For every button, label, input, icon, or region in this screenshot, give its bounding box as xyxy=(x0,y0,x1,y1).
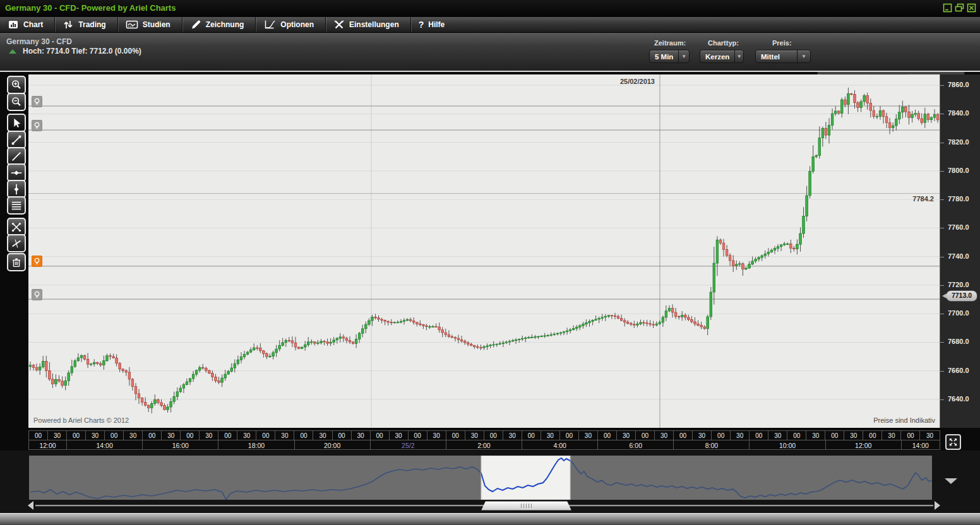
half-hour-cell: 30 xyxy=(768,431,787,440)
menu-optionen[interactable]: Optionen xyxy=(256,17,325,32)
price-axis-label: 7860.0 xyxy=(948,81,969,88)
price-axis-label: 7740.0 xyxy=(948,252,969,260)
menu-einstellungen[interactable]: Einstellungen xyxy=(326,17,410,32)
charttyp-dropdown[interactable]: Kerzen ▼ xyxy=(700,50,744,63)
half-hour-cell: 30 xyxy=(882,431,901,440)
line-tool[interactable] xyxy=(7,147,26,165)
pencil-icon xyxy=(190,19,201,30)
alert-bulb-icon[interactable] xyxy=(32,289,42,300)
axis-tick xyxy=(940,371,944,372)
half-hour-cell: 30 xyxy=(390,431,409,440)
day-change-label: 25/2 xyxy=(371,440,446,450)
high-low-stats: Hoch: 7714.0 Tief: 7712.0 (0.00%) xyxy=(23,47,141,56)
time-axis: 0030003000300030003000300030003000300030… xyxy=(28,430,940,450)
axis-tick xyxy=(940,228,944,228)
alert-bulb-icon[interactable] xyxy=(32,120,42,131)
navigator-slider-handle[interactable] xyxy=(481,501,571,510)
reference-level-label: 7784.2 xyxy=(882,195,934,203)
remove-line-tool[interactable] xyxy=(7,234,26,252)
half-hour-cell: 00 xyxy=(105,431,124,440)
half-hour-cell: 00 xyxy=(218,431,237,440)
alert-bulb-icon[interactable] xyxy=(32,256,42,267)
navigator-chart[interactable] xyxy=(29,456,932,500)
half-hour-cell: 30 xyxy=(352,431,371,440)
cross-lines-tool[interactable] xyxy=(7,218,26,236)
hour-label: 20:00 xyxy=(295,440,371,450)
half-hour-cell: 30 xyxy=(200,431,218,440)
half-hour-cell: 30 xyxy=(465,431,484,440)
half-hour-cell: 00 xyxy=(371,431,390,440)
price-axis[interactable]: 7860.07840.07820.07800.07780.07760.07740… xyxy=(940,74,980,428)
zeitraum-label: Zeitraum: xyxy=(654,39,686,47)
hour-label: 14:00 xyxy=(67,440,143,450)
chart-application-window: Germany 30 - CFD- Powered by Ariel Chart… xyxy=(0,0,980,525)
half-hour-cell: 00 xyxy=(825,431,844,440)
half-hour-cell: 30 xyxy=(48,431,67,440)
hour-label: 8:00 xyxy=(674,440,750,450)
price-axis-label: 7660.0 xyxy=(948,367,969,374)
hour-label: 6:00 xyxy=(598,440,674,450)
menu-chart-label: Chart xyxy=(23,20,43,29)
restore-icon[interactable] xyxy=(955,3,964,13)
day-date-label: 25/02/2013 xyxy=(612,78,655,85)
menu-studien[interactable]: Studien xyxy=(118,17,182,32)
half-hour-cell: 30 xyxy=(503,431,522,440)
candlestick-chart-area[interactable]: 25/02/2013 7784.2 Powered b Ariel Charts… xyxy=(28,74,940,428)
menu-trading[interactable]: Trading xyxy=(55,17,117,32)
close-icon[interactable] xyxy=(967,3,976,13)
study-window-icon xyxy=(126,19,138,30)
axis-tick xyxy=(940,171,944,172)
minimize-icon[interactable] xyxy=(943,3,952,13)
axis-tick xyxy=(940,85,944,86)
infobar: Germany 30 - CFD Hoch: 7714.0 Tief: 7712… xyxy=(0,33,980,71)
half-hour-cell: 00 xyxy=(863,431,882,440)
fullscreen-icon[interactable] xyxy=(945,434,961,450)
fibonacci-lines-tool[interactable] xyxy=(7,196,26,215)
cursor-tool[interactable] xyxy=(7,114,26,132)
half-hour-cell: 00 xyxy=(901,431,920,440)
half-hour-cell: 30 xyxy=(124,431,143,440)
menu-studien-label: Studien xyxy=(143,20,170,29)
trendline-tool[interactable] xyxy=(7,131,26,149)
menu-trading-label: Trading xyxy=(78,20,105,29)
hour-label: 4:00 xyxy=(522,440,598,450)
half-hour-cell: 00 xyxy=(750,431,768,440)
half-hour-cell: 00 xyxy=(712,431,731,440)
half-hour-cell: 30 xyxy=(655,431,674,440)
horizontal-line-tool[interactable] xyxy=(7,163,26,182)
half-hour-cell: 00 xyxy=(67,431,86,440)
half-hour-cell: 00 xyxy=(484,431,503,440)
window-title: Germany 30 - CFD- Powered by Ariel Chart… xyxy=(5,3,176,13)
current-price-badge: 7713.0 xyxy=(946,290,977,302)
charttyp-value: Kerzen xyxy=(700,53,734,61)
collapse-navigator-icon[interactable] xyxy=(945,478,957,484)
chevron-down-icon: ▼ xyxy=(797,50,810,62)
axis-tick xyxy=(940,257,944,257)
candlestick-plot xyxy=(28,74,940,428)
menu-chart[interactable]: Chart xyxy=(0,17,54,32)
up-down-arrows-icon xyxy=(63,19,74,30)
preis-label: Preis: xyxy=(772,39,792,47)
chevron-down-icon: ▼ xyxy=(678,50,689,62)
preis-dropdown[interactable]: Mittel ▼ xyxy=(755,50,811,63)
half-hour-cell: 00 xyxy=(636,431,655,440)
half-hour-cell: 30 xyxy=(162,431,181,440)
menu-hilfe[interactable]: ? Hilfe xyxy=(411,17,457,32)
zeitraum-dropdown[interactable]: 5 Min ▼ xyxy=(649,50,690,63)
question-icon: ? xyxy=(419,20,424,30)
axis-tick xyxy=(940,285,944,286)
scroll-left-icon[interactable] xyxy=(28,501,33,510)
scroll-right-icon[interactable] xyxy=(935,501,940,510)
menu-zeichnung[interactable]: Zeichnung xyxy=(182,17,256,32)
zoom-out-tool[interactable] xyxy=(7,93,26,111)
delete-tool[interactable] xyxy=(7,253,26,271)
half-hour-cell: 00 xyxy=(181,431,200,440)
half-hour-cell: 00 xyxy=(560,431,579,440)
price-axis-label: 7840.0 xyxy=(948,109,969,117)
zeitraum-value: 5 Min xyxy=(650,53,678,61)
zoom-in-tool[interactable] xyxy=(7,76,26,94)
price-axis-label: 7820.0 xyxy=(948,138,969,146)
vertical-line-tool[interactable] xyxy=(7,180,26,198)
alert-bulb-icon[interactable] xyxy=(32,96,42,107)
menu-einstellungen-label: Einstellungen xyxy=(349,20,399,29)
